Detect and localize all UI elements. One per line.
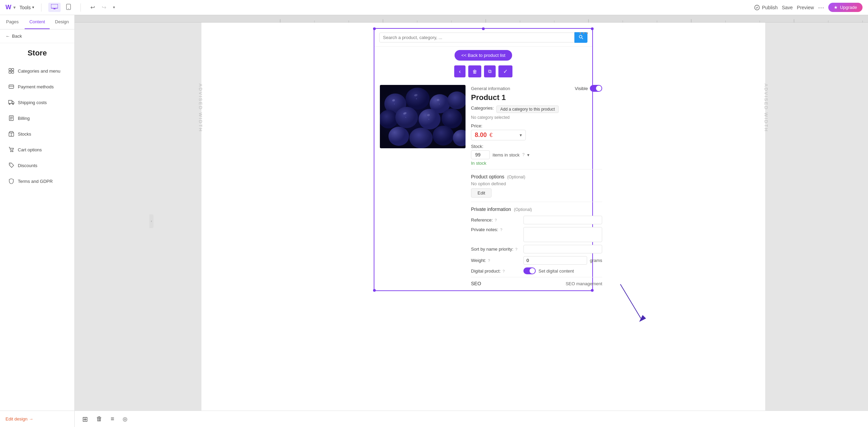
svg-point-54	[433, 126, 454, 146]
sort-priority-row: Sort by name priority: ?	[471, 245, 602, 253]
edit-design-link[interactable]: Edit design →	[5, 416, 69, 422]
private-info-header: Private information (Optional)	[471, 206, 602, 212]
reference-row: Reference: ?	[471, 216, 602, 224]
sidebar-item-shipping[interactable]: Shipping costs	[3, 95, 72, 110]
sidebar-item-payment[interactable]: Payment methods	[3, 79, 72, 94]
preview-button[interactable]: Preview	[797, 5, 814, 10]
store-title: Store	[0, 43, 74, 63]
visible-toggle[interactable]	[590, 85, 602, 92]
delete-product-button[interactable]: 🗑	[468, 65, 481, 77]
price-dropdown-button[interactable]: ▾	[520, 133, 522, 138]
back-button[interactable]: ← Back	[0, 29, 74, 43]
sidebar-item-label-stocks: Stocks	[18, 131, 31, 137]
sidebar-item-label-payment: Payment methods	[18, 84, 54, 89]
categories-label: Categories:	[471, 105, 494, 111]
tools-menu[interactable]: Tools ▾	[20, 5, 34, 10]
reference-help-icon[interactable]: ?	[495, 218, 497, 222]
upgrade-button[interactable]: ★ Upgrade	[828, 3, 863, 12]
sidebar-item-label-shipping: Shipping costs	[18, 100, 47, 105]
svg-rect-8	[12, 71, 14, 73]
digital-product-label: Digital product: ?	[471, 268, 521, 274]
svg-point-53	[409, 128, 433, 148]
back-to-list-button[interactable]: << Back to product list	[455, 50, 512, 61]
weight-input[interactable]	[523, 256, 587, 265]
svg-rect-5	[9, 68, 11, 71]
tab-design[interactable]: Design	[50, 15, 74, 29]
handle-tm[interactable]	[482, 27, 485, 30]
svg-point-20	[12, 151, 13, 152]
sort-priority-label: Sort by name priority: ?	[471, 247, 521, 252]
collapse-icon: ‹	[151, 219, 152, 223]
sidebar-collapse-handle[interactable]: ‹	[149, 214, 153, 228]
add-category-button[interactable]: Add a category to this product	[496, 105, 558, 113]
search-input[interactable]	[379, 33, 574, 42]
stock-dropdown-button[interactable]: ▾	[527, 152, 530, 158]
product-options-header: Product options (Optional)	[471, 174, 602, 180]
back-label: Back	[12, 34, 22, 39]
widget-area: • • • << Back to product list ‹	[201, 23, 765, 411]
svg-point-49	[395, 107, 418, 128]
stock-help-icon[interactable]: ?	[522, 152, 525, 157]
prev-product-button[interactable]: ‹	[454, 65, 466, 77]
sidebar-item-label-terms: Terms and GDPR	[18, 179, 53, 184]
mobile-view-button[interactable]	[63, 2, 74, 12]
more-options-button[interactable]: ⋯	[818, 4, 824, 11]
visibility-button[interactable]: ◎	[121, 414, 129, 424]
product-name: Product 1	[471, 93, 602, 102]
stock-quantity-input[interactable]	[471, 150, 490, 159]
price-label: Price:	[471, 123, 602, 128]
widget-dots-menu[interactable]: • • •	[579, 30, 588, 36]
sidebar-item-label-categories: Categories and menu	[18, 68, 60, 74]
redo-button[interactable]: ↪	[99, 3, 109, 12]
stock-row: items in stock ? ▾	[471, 150, 602, 159]
digital-help-icon[interactable]: ?	[503, 269, 505, 273]
layers-button[interactable]: ≡	[109, 413, 116, 425]
svg-point-12	[13, 104, 14, 105]
desktop-view-button[interactable]	[48, 3, 61, 12]
handle-tl[interactable]	[373, 27, 376, 30]
add-element-button[interactable]: ⊞	[80, 413, 90, 425]
reference-input[interactable]	[523, 216, 602, 224]
sidebar-item-stocks[interactable]: Stocks	[3, 127, 72, 141]
confirm-product-button[interactable]: ✓	[498, 65, 512, 77]
logo: W ▾	[5, 4, 15, 11]
handle-tr[interactable]	[591, 27, 594, 30]
duplicate-product-button[interactable]: ⧉	[484, 65, 496, 77]
cart-icon	[8, 147, 14, 153]
sidebar-item-discounts[interactable]: Discounts	[3, 158, 72, 173]
reference-label: Reference: ?	[471, 217, 521, 223]
weight-help-icon[interactable]: ?	[488, 259, 490, 263]
edit-options-button[interactable]: Edit	[471, 188, 492, 198]
sidebar-item-label-discounts: Discounts	[18, 163, 37, 168]
publish-button[interactable]: Publish	[754, 5, 778, 10]
private-notes-help-icon[interactable]: ?	[500, 228, 502, 232]
sidebar: Pages Content Design ← Back Store Catego…	[0, 15, 75, 427]
private-notes-textarea[interactable]	[523, 227, 602, 242]
no-category-text: No category selected	[471, 115, 602, 120]
svg-point-45	[406, 88, 430, 110]
logo-chevron-icon[interactable]: ▾	[13, 5, 15, 10]
sort-priority-input[interactable]	[523, 245, 602, 253]
sidebar-item-cart[interactable]: Cart options	[3, 142, 72, 157]
save-button[interactable]: Save	[782, 5, 793, 10]
sidebar-item-categories[interactable]: Categories and menu	[3, 64, 72, 78]
visible-label: Visible	[575, 86, 588, 91]
history-dropdown-button[interactable]: ▾	[110, 4, 118, 11]
digital-product-row: Digital product: ? Set digital content	[471, 267, 602, 274]
tab-pages[interactable]: Pages	[0, 15, 25, 29]
handle-bl[interactable]	[373, 289, 376, 292]
sidebar-item-terms[interactable]: Terms and GDPR	[3, 174, 72, 188]
tab-content[interactable]: Content	[25, 15, 49, 29]
sidebar-item-billing[interactable]: Billing	[3, 111, 72, 125]
shield-icon	[8, 178, 14, 184]
price-value: 8.00	[475, 131, 487, 139]
widget-frame-wrapper: • • • << Back to product list ‹	[374, 28, 593, 291]
sort-priority-help-icon[interactable]: ?	[515, 247, 517, 251]
private-info-optional: (Optional)	[514, 207, 532, 212]
undo-button[interactable]: ↩	[88, 3, 98, 12]
delete-element-button[interactable]: 🗑	[94, 413, 104, 425]
svg-text:✦: ✦	[428, 118, 430, 121]
back-arrow-icon: ←	[5, 34, 10, 39]
tag-icon	[8, 162, 14, 168]
digital-toggle[interactable]	[523, 267, 536, 274]
